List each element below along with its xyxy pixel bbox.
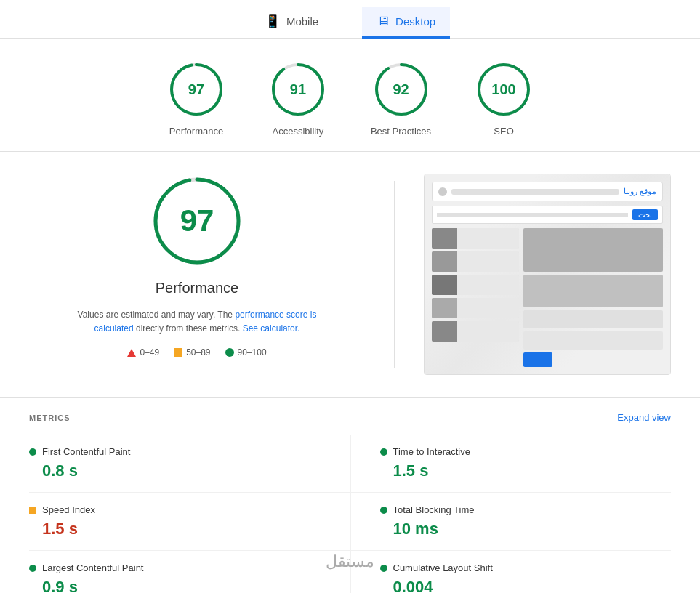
ss-dot1 xyxy=(438,187,447,196)
description-text: Values are estimated and may vary. The xyxy=(78,310,233,320)
metrics-grid: First Contentful Paint 0.8 s Time to Int… xyxy=(29,435,671,593)
big-score-value: 97 xyxy=(180,203,214,238)
ss-button xyxy=(523,352,552,367)
metric-tbt-header: Total Blocking Time xyxy=(380,504,657,515)
score-label-performance: Performance xyxy=(169,126,223,137)
metric-si-dot xyxy=(29,507,36,514)
ss-sidebar-row-2 xyxy=(432,251,519,272)
metric-si-value: 1.5 s xyxy=(29,520,336,538)
left-panel: 97 Performance Values are estimated and … xyxy=(29,174,365,375)
score-label-accessibility: Accessibility xyxy=(273,126,324,137)
ss-text-1 xyxy=(457,228,519,249)
scores-row: 97 Performance 91 Accessibility 92 Best … xyxy=(0,39,700,152)
metrics-header: METRICS Expand view xyxy=(29,412,671,423)
tab-mobile[interactable]: 📱 Mobile xyxy=(250,7,333,39)
ss-text-4 xyxy=(457,298,519,318)
calculator-link[interactable]: See calculator. xyxy=(243,323,300,334)
screenshot-content: موقع رويبا بحث xyxy=(425,174,670,374)
ss-text-row-1 xyxy=(523,310,663,328)
metric-tti-header: Time to Interactive xyxy=(380,446,657,457)
score-circle-accessibility: 91 xyxy=(269,60,327,118)
ss-text-3 xyxy=(457,275,519,295)
ss-banner-1 xyxy=(523,228,663,272)
desktop-icon: 🖥 xyxy=(377,14,390,29)
pass-icon xyxy=(225,348,234,357)
metric-cls-header: Cumulative Layout Shift xyxy=(380,562,657,573)
ss-text-2 xyxy=(457,251,519,272)
tab-bar: 📱 Mobile 🖥 Desktop xyxy=(0,0,700,39)
metric-tti: Time to Interactive 1.5 s xyxy=(350,435,672,493)
ss-sidebar-row-5 xyxy=(432,321,519,342)
metric-si-header: Speed Index xyxy=(29,504,336,515)
metric-fcp: First Contentful Paint 0.8 s xyxy=(29,435,350,493)
score-best-practices: 92 Best Practices xyxy=(371,60,431,137)
ss-img-5 xyxy=(432,321,457,342)
score-circle-best-practices: 92 xyxy=(372,60,430,118)
metric-lcp-value: 0.9 s xyxy=(29,578,336,593)
metric-cls-value: 0.004 xyxy=(380,578,657,593)
metric-lcp-dot xyxy=(29,565,36,572)
link1-after: directly from these metrics. xyxy=(136,323,240,334)
tab-desktop-label: Desktop xyxy=(395,15,435,28)
metrics-section: METRICS Expand view First Contentful Pai… xyxy=(0,398,700,593)
metric-fcp-name: First Contentful Paint xyxy=(42,446,130,457)
ss-img-4 xyxy=(432,298,457,318)
ss-site-name: موقع رويبا xyxy=(624,187,656,196)
metric-lcp-header: Largest Contentful Paint xyxy=(29,562,336,573)
score-legend: 0–49 50–89 90–100 xyxy=(127,347,266,358)
score-performance: 97 Performance xyxy=(167,60,225,137)
performance-description: Values are estimated and may vary. The p… xyxy=(73,308,321,336)
metric-tbt-dot xyxy=(380,507,387,514)
score-accessibility: 91 Accessibility xyxy=(269,60,327,137)
ss-body xyxy=(432,228,663,367)
metric-fcp-value: 0.8 s xyxy=(29,461,336,480)
big-score-circle: 97 xyxy=(150,174,244,268)
fail-icon xyxy=(127,349,136,357)
legend-average-range: 50–89 xyxy=(186,347,210,358)
metric-tti-value: 1.5 s xyxy=(380,461,657,480)
link2-text: See calculator. xyxy=(243,323,300,334)
score-value-best-practices: 92 xyxy=(393,81,409,98)
score-seo: 100 SEO xyxy=(475,60,533,137)
legend-fail: 0–49 xyxy=(127,347,159,358)
metric-tbt: Total Blocking Time 10 ms xyxy=(350,493,672,551)
score-value-performance: 97 xyxy=(188,81,204,98)
ss-urlbar xyxy=(451,189,619,195)
ss-sidebar xyxy=(432,228,519,367)
legend-average: 50–89 xyxy=(174,347,210,358)
ss-nav: بحث xyxy=(432,206,663,224)
ss-img-1 xyxy=(432,228,457,249)
metric-fcp-header: First Contentful Paint xyxy=(29,446,336,457)
ss-header: موقع رويبا xyxy=(432,182,663,201)
ss-sidebar-row-1 xyxy=(432,228,519,249)
performance-title: Performance xyxy=(156,280,239,296)
screenshot-panel: موقع رويبا بحث xyxy=(424,174,671,375)
ss-nav-links xyxy=(437,213,628,217)
metric-si-name: Speed Index xyxy=(42,504,95,515)
metric-tbt-name: Total Blocking Time xyxy=(393,504,475,515)
main-content: 97 Performance Values are estimated and … xyxy=(0,152,700,398)
metric-tti-name: Time to Interactive xyxy=(393,446,470,457)
metric-tbt-value: 10 ms xyxy=(380,520,657,538)
metrics-title: METRICS xyxy=(29,414,71,422)
ss-banner-2 xyxy=(523,275,663,307)
ss-sidebar-row-4 xyxy=(432,298,519,318)
tab-mobile-label: Mobile xyxy=(286,15,318,28)
score-circle-performance: 97 xyxy=(167,60,225,118)
score-label-seo: SEO xyxy=(494,126,513,137)
ss-main-area xyxy=(523,228,663,367)
vertical-divider xyxy=(394,181,395,368)
metric-si: Speed Index 1.5 s xyxy=(29,493,350,551)
expand-view-link[interactable]: Expand view xyxy=(617,412,671,423)
score-value-seo: 100 xyxy=(491,81,515,98)
score-label-best-practices: Best Practices xyxy=(371,126,431,137)
ss-img-2 xyxy=(432,251,457,272)
average-icon xyxy=(174,348,182,357)
ss-img-3 xyxy=(432,275,457,295)
metric-cls: Cumulative Layout Shift 0.004 xyxy=(350,551,672,593)
score-circle-seo: 100 xyxy=(475,60,533,118)
mobile-icon: 📱 xyxy=(265,13,281,29)
tab-desktop[interactable]: 🖥 Desktop xyxy=(362,7,450,39)
ss-text-5 xyxy=(457,321,519,342)
metric-lcp-name: Largest Contentful Paint xyxy=(42,562,143,573)
